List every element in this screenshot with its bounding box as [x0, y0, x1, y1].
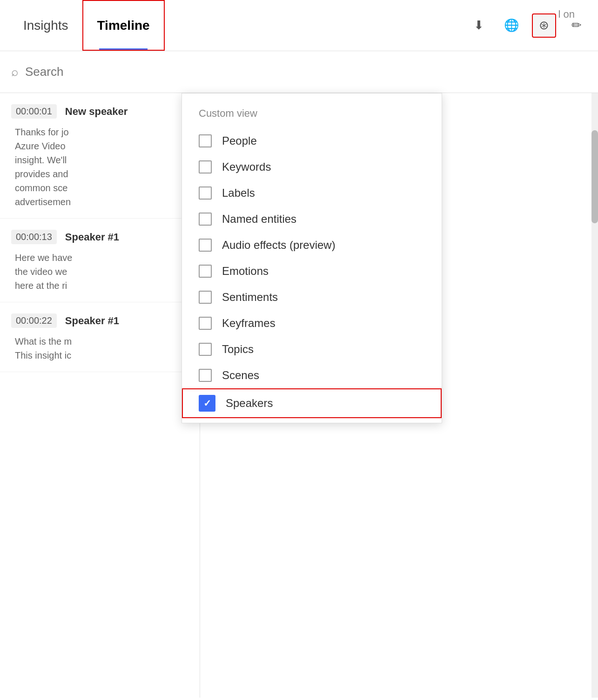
timeline-header-2: 00:00:13 Speaker #1	[11, 230, 188, 244]
checkbox-named-entities[interactable]	[199, 213, 212, 226]
search-bar: ⌕	[0, 51, 598, 93]
header-icons: l on ⬇ 🌐 ⊛ ✏	[467, 0, 589, 51]
transcript-1: Thanks for joAzure Videoinsight. We'llpr…	[15, 125, 188, 209]
globe-icon[interactable]: 🌐	[499, 13, 524, 38]
timestamp-2: 00:00:13	[11, 230, 57, 244]
insights-label: Insights	[23, 18, 68, 33]
timestamp-3: 00:00:22	[11, 313, 57, 328]
checkbox-labels[interactable]	[199, 187, 212, 200]
checkbox-topics[interactable]	[199, 343, 212, 356]
tab-insights[interactable]: Insights	[9, 0, 82, 51]
dropdown-item-keyframes[interactable]: Keyframes	[182, 310, 442, 336]
header: Insights Timeline l on ⬇ 🌐 ⊛ ✏	[0, 0, 598, 51]
speaker-3: Speaker #1	[65, 315, 119, 327]
checkbox-people[interactable]	[199, 134, 212, 147]
dropdown-item-emotions[interactable]: Emotions	[182, 258, 442, 284]
speaker-2: Speaker #1	[65, 231, 119, 243]
item-label-topics: Topics	[222, 343, 254, 356]
main-content: 00:00:01 New speaker Thanks for joAzure …	[0, 93, 598, 698]
checkbox-speakers[interactable]	[199, 395, 215, 412]
dropdown-item-topics[interactable]: Topics	[182, 336, 442, 362]
checkbox-audio-effects[interactable]	[199, 239, 212, 252]
search-icon: ⌕	[11, 65, 19, 79]
dropdown-item-sentiments[interactable]: Sentiments	[182, 284, 442, 310]
search-input[interactable]	[25, 65, 155, 79]
dropdown-item-people[interactable]: People	[182, 128, 442, 154]
timeline-panel: 00:00:01 New speaker Thanks for joAzure …	[0, 93, 200, 698]
scrollbar-track	[591, 93, 598, 698]
item-label-emotions: Emotions	[222, 265, 269, 278]
checkbox-keywords[interactable]	[199, 160, 212, 173]
item-label-keywords: Keywords	[222, 160, 271, 173]
dropdown-item-speakers[interactable]: Speakers	[182, 388, 442, 418]
item-label-audio-effects: Audio effects (preview)	[222, 239, 336, 252]
dropdown-item-labels[interactable]: Labels	[182, 180, 442, 206]
item-label-sentiments: Sentiments	[222, 291, 278, 304]
item-label-labels: Labels	[222, 187, 255, 200]
timeline-entry: 00:00:01 New speaker Thanks for joAzure …	[0, 93, 200, 219]
timeline-entry-3: 00:00:22 Speaker #1 What is the mThis in…	[0, 302, 200, 372]
item-label-speakers: Speakers	[226, 397, 273, 410]
checkbox-sentiments[interactable]	[199, 291, 212, 304]
timestamp-1: 00:00:01	[11, 104, 57, 119]
transcript-3: What is the mThis insight ic	[15, 334, 188, 362]
checkbox-scenes[interactable]	[199, 369, 212, 382]
checkbox-emotions[interactable]	[199, 265, 212, 278]
label-on-text: l on	[558, 8, 575, 20]
dropdown-item-scenes[interactable]: Scenes	[182, 362, 442, 388]
item-label-named-entities: Named entities	[222, 213, 296, 226]
timeline-entry-2: 00:00:13 Speaker #1 Here we havethe vide…	[0, 219, 200, 302]
custom-view-dropdown: Custom view People Keywords Labels Named…	[181, 93, 442, 423]
tab-timeline[interactable]: Timeline	[82, 0, 165, 51]
item-label-scenes: Scenes	[222, 369, 259, 382]
timeline-header-1: 00:00:01 New speaker	[11, 104, 188, 119]
item-label-keyframes: Keyframes	[222, 317, 275, 330]
dropdown-title: Custom view	[182, 103, 442, 128]
item-label-people: People	[222, 134, 257, 147]
timeline-label: Timeline	[97, 18, 150, 33]
dropdown-item-named-entities[interactable]: Named entities	[182, 206, 442, 232]
download-icon[interactable]: ⬇	[467, 13, 491, 38]
transcript-2: Here we havethe video wehere at the ri	[15, 251, 188, 293]
layers-icon[interactable]: ⊛	[532, 13, 556, 38]
scrollbar-thumb[interactable]	[591, 130, 598, 223]
checkbox-keyframes[interactable]	[199, 317, 212, 330]
dropdown-item-audio-effects[interactable]: Audio effects (preview)	[182, 232, 442, 258]
speaker-1: New speaker	[65, 106, 128, 118]
timeline-header-3: 00:00:22 Speaker #1	[11, 313, 188, 328]
dropdown-item-keywords[interactable]: Keywords	[182, 154, 442, 180]
